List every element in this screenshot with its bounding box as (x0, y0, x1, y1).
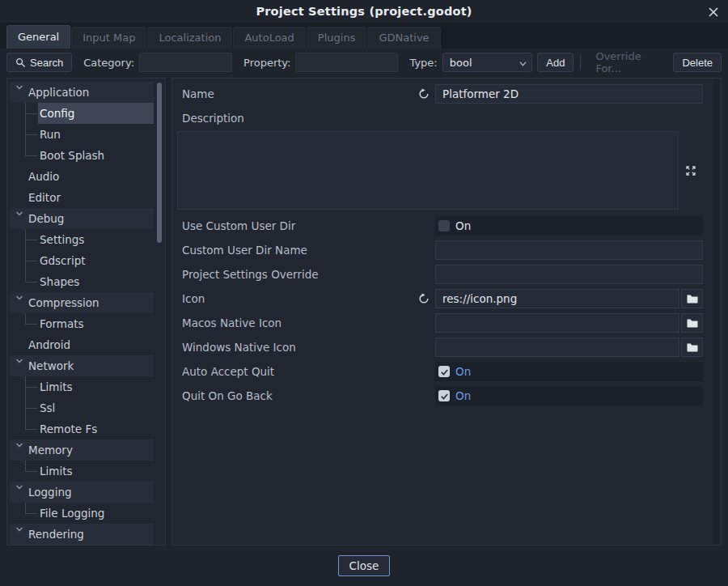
sidebar-item-application[interactable]: Application (11, 82, 154, 103)
icon-input[interactable]: res://icon.png (435, 289, 679, 308)
sidebar-item-limits[interactable]: Limits (11, 376, 154, 397)
tree-line (25, 418, 26, 429)
property-value-auto-accept-quit: On (435, 362, 703, 381)
type-select-value: bool (450, 57, 472, 69)
sidebar-item-label: Shapes (40, 275, 79, 288)
custom-user-dir-name-input[interactable] (435, 240, 703, 260)
sidebar-item-label: Application (28, 86, 89, 99)
property-row-custom-user-dir-name: Custom User Dir Name (177, 238, 703, 262)
sidebar-item-formats[interactable]: Formats (11, 313, 154, 334)
sidebar-item-label: Android (28, 338, 70, 351)
expand-icon[interactable] (684, 164, 697, 177)
sidebar-item-memory[interactable]: Memory (11, 440, 154, 461)
sidebar-item-label: Limits (40, 380, 73, 393)
property-label: Custom User Dir Name (177, 244, 435, 257)
sidebar-item-label: Run (40, 128, 61, 141)
sidebar-item-logging[interactable]: Logging (11, 482, 154, 503)
project-settings-override-input[interactable] (435, 265, 703, 284)
main-scrollbar-track[interactable] (713, 79, 720, 544)
sidebar-item-debug[interactable]: Debug (11, 208, 154, 229)
sidebar-item-remote-fs[interactable]: Remote Fs (11, 418, 154, 440)
sidebar-item-network[interactable]: Network (11, 355, 154, 376)
close-icon[interactable] (708, 6, 719, 18)
sidebar-item-settings[interactable]: Settings (11, 229, 154, 250)
sidebar-item-label: Memory (28, 444, 73, 456)
sidebar-item-run[interactable]: Run (11, 124, 154, 145)
description-expand-column (679, 131, 703, 210)
sidebar-item-limits[interactable]: Limits (11, 461, 154, 482)
sidebar-item-label: Debug (28, 212, 64, 225)
sidebar-item-file-logging[interactable]: File Logging (11, 503, 154, 524)
sidebar-scrollbar[interactable] (157, 83, 162, 243)
tab-plugins[interactable]: Plugins (307, 27, 367, 49)
checkbox-state-label: On (455, 219, 471, 232)
property-row-name: NamePlatformer 2D (177, 82, 703, 106)
tree-line (25, 324, 37, 325)
type-select[interactable]: bool (442, 53, 533, 72)
sidebar-item-label: Ssl (40, 401, 55, 414)
tree-line (25, 271, 26, 282)
windows-native-icon-input[interactable] (435, 338, 679, 357)
sidebar-item-shapes[interactable]: Shapes (11, 271, 154, 292)
add-button[interactable]: Add (537, 53, 574, 72)
checkbox-box (438, 366, 450, 377)
property-label: Icon (177, 292, 435, 305)
toolbar-separator (580, 54, 581, 70)
tree-line (25, 313, 26, 324)
chevron-down-icon (518, 58, 527, 70)
tab-localization[interactable]: Localization (147, 27, 232, 49)
chevron-down-icon (15, 83, 24, 92)
delete-button[interactable]: Delete (673, 53, 722, 72)
tab-autoload[interactable]: AutoLoad (233, 27, 305, 49)
tab-general[interactable]: General (6, 25, 70, 49)
sidebar-item-compression[interactable]: Compression (11, 292, 154, 313)
revert-icon[interactable] (417, 87, 430, 100)
use-custom-user-dir-checkbox[interactable]: On (435, 216, 703, 236)
revert-icon[interactable] (417, 292, 430, 305)
sidebar-item-label: Audio (28, 170, 59, 183)
sidebar-item-label: Editor (28, 191, 61, 204)
quit-on-go-back-checkbox[interactable]: On (435, 386, 703, 406)
override-for-button: Override For... (587, 48, 673, 77)
auto-accept-quit-checkbox[interactable]: On (435, 362, 703, 381)
sidebar-item-label: File Logging (40, 507, 104, 520)
macos-native-icon-input[interactable] (435, 313, 679, 333)
property-label: Use Custom User Dir (177, 219, 435, 232)
property-value-custom-user-dir-name (435, 240, 703, 260)
property-input[interactable] (295, 53, 398, 72)
sidebar-item-ssl[interactable]: Ssl (11, 397, 154, 418)
dialog-footer: Close (0, 546, 728, 586)
sidebar-item-label: Rendering (28, 528, 84, 541)
sidebar-item-audio[interactable]: Audio (11, 166, 154, 187)
name-input[interactable]: Platformer 2D (435, 84, 703, 104)
close-button[interactable]: Close (338, 555, 391, 576)
type-label: Type: (409, 57, 437, 69)
category-input[interactable] (139, 53, 232, 72)
tab-bar: GeneralInput MapLocalizationAutoLoadPlug… (0, 23, 728, 49)
tab-input-map[interactable]: Input Map (71, 27, 146, 49)
sidebar-item-boot-splash[interactable]: Boot Splash (11, 145, 154, 166)
tree-line (25, 145, 26, 155)
sidebar-item-config[interactable]: Config (11, 103, 154, 124)
search-button[interactable]: Search (6, 53, 72, 72)
sidebar-item-editor[interactable]: Editor (11, 187, 154, 208)
folder-icon[interactable] (681, 313, 703, 333)
sidebar-item-android[interactable]: Android (11, 334, 154, 355)
folder-icon[interactable] (681, 289, 703, 308)
search-icon (15, 57, 26, 68)
sidebar-item-label: Limits (40, 465, 73, 478)
tree-line (25, 282, 37, 282)
sidebar-item-label: Boot Splash (40, 149, 104, 162)
description-textarea[interactable] (177, 131, 679, 210)
property-label: Project Settings Override (177, 268, 435, 281)
folder-icon[interactable] (681, 338, 703, 357)
property-row-auto-accept-quit: Auto Accept QuitOn (177, 359, 703, 384)
tree-line (25, 503, 26, 513)
sidebar-item-rendering[interactable]: Rendering (11, 524, 154, 545)
checkbox-box (438, 220, 450, 231)
sidebar-item-gdscript[interactable]: Gdscript (11, 250, 154, 271)
tab-gdnative[interactable]: GDNative (367, 27, 440, 49)
sidebar-item-label: Settings (40, 233, 84, 246)
property-row-macos-native-icon: Macos Native Icon (177, 311, 703, 335)
chevron-down-icon (15, 482, 24, 492)
